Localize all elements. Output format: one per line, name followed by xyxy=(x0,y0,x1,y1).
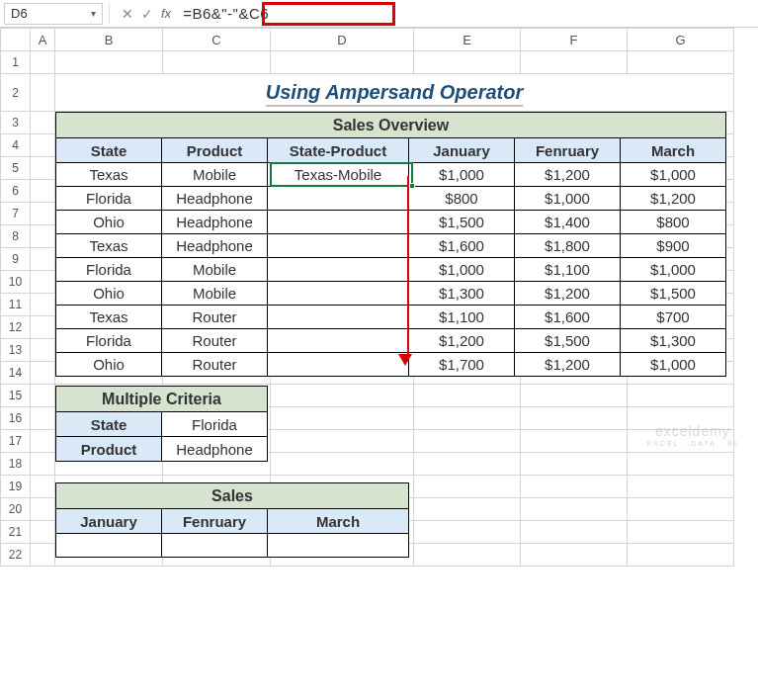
fill-handle[interactable] xyxy=(409,183,415,189)
criteria-value[interactable]: Florida xyxy=(162,412,268,437)
select-all-corner[interactable] xyxy=(1,29,31,51)
col-header[interactable]: E xyxy=(414,29,521,51)
cell[interactable] xyxy=(268,211,409,234)
cell[interactable] xyxy=(268,258,409,282)
cell[interactable]: Mobile xyxy=(162,163,268,187)
cell[interactable]: Mobile xyxy=(162,258,268,282)
cell[interactable]: $800 xyxy=(621,211,726,234)
cell[interactable]: $1,600 xyxy=(409,234,515,258)
row-header[interactable]: 20 xyxy=(1,498,31,521)
cell[interactable]: $1,100 xyxy=(515,258,621,282)
cell[interactable] xyxy=(268,353,409,377)
cell[interactable]: Texas xyxy=(56,163,162,187)
cell[interactable] xyxy=(268,329,409,353)
cell[interactable]: $1,300 xyxy=(409,282,515,306)
cell[interactable]: $1,000 xyxy=(409,163,515,187)
cell[interactable]: Headphone xyxy=(162,234,268,258)
cell[interactable]: Headphone xyxy=(162,187,268,211)
cell[interactable]: $1,500 xyxy=(515,329,621,353)
chevron-down-icon[interactable]: ▾ xyxy=(91,8,96,19)
row-header[interactable]: 14 xyxy=(1,362,31,385)
cell[interactable]: $900 xyxy=(621,234,726,258)
cell[interactable]: $1,300 xyxy=(621,329,726,353)
cell[interactable]: Router xyxy=(162,329,268,353)
cell[interactable]: Router xyxy=(162,353,268,377)
cell[interactable]: Router xyxy=(162,306,268,329)
cell[interactable]: $1,000 xyxy=(515,187,621,211)
cell[interactable]: $1,000 xyxy=(621,353,726,377)
formula-input[interactable]: =B6&"-"&C6 xyxy=(177,3,754,25)
row-header[interactable]: 12 xyxy=(1,316,31,339)
cell[interactable]: $1,200 xyxy=(621,187,726,211)
row-header[interactable]: 10 xyxy=(1,271,31,294)
cell[interactable]: $1,200 xyxy=(515,353,621,377)
row-header[interactable]: 16 xyxy=(1,407,31,430)
cell[interactable]: $1,700 xyxy=(409,353,515,377)
row-header[interactable]: 13 xyxy=(1,339,31,362)
col-header[interactable]: C xyxy=(163,29,271,51)
cell[interactable] xyxy=(162,534,268,558)
cell[interactable]: Mobile xyxy=(162,282,268,306)
fx-icon[interactable]: fx xyxy=(161,6,171,21)
cell[interactable]: $1,500 xyxy=(621,282,726,306)
row-header[interactable]: 15 xyxy=(1,385,31,407)
cancel-icon[interactable]: ✕ xyxy=(122,6,133,22)
enter-icon[interactable]: ✓ xyxy=(141,6,153,22)
cell[interactable] xyxy=(268,234,409,258)
table-row: TexasMobileTexas-Mobile$1,000$1,200$1,00… xyxy=(56,163,726,187)
col-header[interactable]: A xyxy=(31,29,55,51)
table-header: March xyxy=(268,509,409,534)
cell[interactable]: Texas-Mobile xyxy=(268,163,409,187)
cell[interactable]: Ohio xyxy=(56,211,162,234)
row-header[interactable]: 21 xyxy=(1,521,31,544)
row-header[interactable]: 2 xyxy=(1,74,31,112)
cell[interactable]: $1,200 xyxy=(515,163,621,187)
row-header[interactable]: 3 xyxy=(1,112,31,134)
row-header[interactable]: 9 xyxy=(1,248,31,271)
cell[interactable]: $1,000 xyxy=(409,258,515,282)
row-header[interactable]: 17 xyxy=(1,430,31,453)
cell[interactable]: $1,800 xyxy=(515,234,621,258)
row-header[interactable]: 4 xyxy=(1,134,31,157)
cell[interactable]: Ohio xyxy=(56,353,162,377)
col-header[interactable]: B xyxy=(55,29,163,51)
row-header[interactable]: 7 xyxy=(1,203,31,225)
cell[interactable] xyxy=(268,282,409,306)
row-header[interactable]: 19 xyxy=(1,476,31,498)
cell[interactable]: $1,500 xyxy=(409,211,515,234)
cell[interactable]: Headphone xyxy=(162,211,268,234)
spreadsheet-grid[interactable]: A B C D E F G 1 2Using Ampersand Operato… xyxy=(0,28,758,567)
cell[interactable]: $700 xyxy=(621,306,726,329)
cell[interactable] xyxy=(268,534,409,558)
cell[interactable] xyxy=(268,306,409,329)
cell[interactable]: $1,200 xyxy=(409,329,515,353)
row-header[interactable]: 6 xyxy=(1,180,31,203)
row-header[interactable]: 8 xyxy=(1,225,31,248)
col-header[interactable]: D xyxy=(271,29,414,51)
cell[interactable]: Texas xyxy=(56,234,162,258)
row-header[interactable]: 18 xyxy=(1,453,31,476)
col-header[interactable]: G xyxy=(628,29,734,51)
cell[interactable]: Florida xyxy=(56,329,162,353)
cell[interactable]: $1,200 xyxy=(515,282,621,306)
row-header[interactable]: 1 xyxy=(1,51,31,74)
table-row: ProductHeadphone xyxy=(56,437,268,462)
row-header[interactable]: 5 xyxy=(1,157,31,180)
cell[interactable]: $1,100 xyxy=(409,306,515,329)
row-header[interactable]: 11 xyxy=(1,294,31,316)
criteria-value[interactable]: Headphone xyxy=(162,437,268,462)
cell[interactable]: $1,400 xyxy=(515,211,621,234)
cell[interactable]: $800 xyxy=(409,187,515,211)
col-header[interactable]: F xyxy=(521,29,628,51)
cell[interactable]: $1,000 xyxy=(621,163,726,187)
row-header[interactable]: 22 xyxy=(1,544,31,567)
cell[interactable]: $1,000 xyxy=(621,258,726,282)
cell[interactable] xyxy=(268,187,409,211)
cell[interactable]: $1,600 xyxy=(515,306,621,329)
cell[interactable] xyxy=(56,534,162,558)
cell[interactable]: Florida xyxy=(56,187,162,211)
cell[interactable]: Florida xyxy=(56,258,162,282)
cell[interactable]: Ohio xyxy=(56,282,162,306)
cell[interactable]: Texas xyxy=(56,306,162,329)
name-box[interactable]: D6 ▾ xyxy=(4,3,103,25)
